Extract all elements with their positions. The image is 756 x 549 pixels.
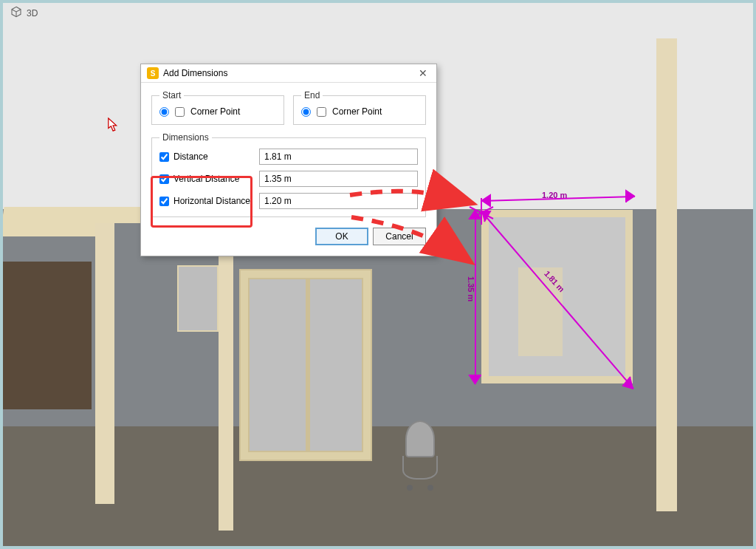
start-group: Start Corner Point [151,90,284,125]
post-3 [656,38,677,511]
viewport-label: 3D [10,6,38,20]
app-logo-icon: S [147,67,159,79]
horizontal-input[interactable] [259,193,418,209]
distance-row: Distance [159,151,259,162]
cancel-button[interactable]: Cancel [373,228,426,245]
cube-icon [10,6,22,20]
large-window [481,210,633,383]
dialog-title-text: Add Dimensions [163,68,411,78]
start-radio[interactable] [159,107,169,117]
distance-label: Distance [173,151,208,162]
annotation-highlight [151,176,252,228]
start-corner-label: Corner Point [190,106,240,117]
distance-checkbox[interactable] [159,152,169,162]
sliding-door [239,269,372,461]
vertical-input[interactable] [259,171,418,187]
end-corner-label: Corner Point [332,106,382,117]
dim-label-left: 1.35 m [467,276,475,301]
start-legend: Start [159,90,184,100]
post-1 [95,223,114,504]
viewport-label-text: 3D [27,8,38,18]
dim-label-top: 1.20 m [542,191,567,200]
start-corner-checkbox[interactable] [175,107,185,117]
end-legend: End [301,90,323,100]
dialog-titlebar[interactable]: S Add Dimensions ✕ [141,64,436,83]
end-corner-checkbox[interactable] [317,107,326,117]
bbq-grill [398,420,442,491]
close-icon[interactable]: ✕ [416,67,430,79]
dimensions-legend: Dimensions [159,132,212,143]
ok-button[interactable]: OK [315,228,368,245]
wall-left-dark [3,262,92,409]
cursor-pointer [107,117,120,134]
end-radio[interactable] [301,107,311,117]
end-group: End Corner Point [293,90,426,125]
distance-input[interactable] [259,149,418,165]
small-window [177,265,219,332]
